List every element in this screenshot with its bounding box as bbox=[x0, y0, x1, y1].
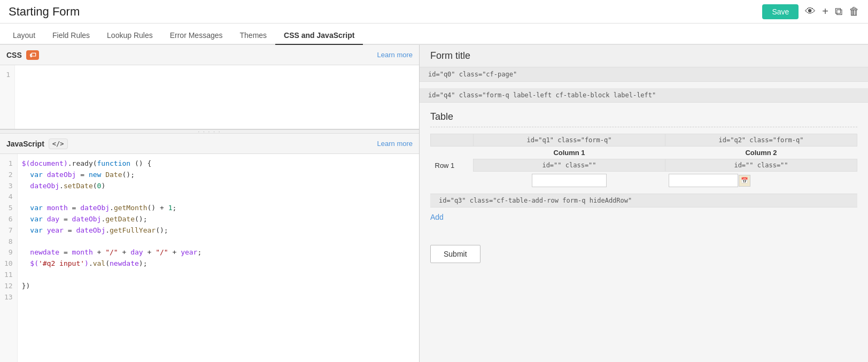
table-section: Table id="q1" class="form-q" id="q2" cla… bbox=[420, 103, 868, 236]
row1-selector-row: Row 1 id="" class="" id="" class="" bbox=[431, 159, 857, 172]
submit-button[interactable]: Submit bbox=[430, 245, 480, 263]
col-label-row: Column 1 Column 2 bbox=[431, 147, 857, 159]
js-editor: 12345678910111213 $(document).ready(func… bbox=[0, 154, 419, 362]
col2-label: Column 2 bbox=[665, 147, 857, 159]
row1-col2-selector: id="" class="" bbox=[665, 159, 857, 172]
selector-q0: id="q0" class="cf-page" bbox=[420, 67, 868, 82]
calendar-icon[interactable]: 📅 bbox=[739, 175, 750, 187]
row1-col2-input-cell: 📅 bbox=[665, 172, 857, 190]
tab-themes[interactable]: Themes bbox=[231, 27, 276, 45]
empty-label-cell bbox=[431, 147, 474, 159]
main-layout: CSS 🏷 Learn more 1 · · · · · JavaScript … bbox=[0, 45, 868, 362]
right-panel: Form title id="q0" class="cf-page" id="q… bbox=[420, 45, 868, 362]
tab-lookup-rules[interactable]: Lookup Rules bbox=[98, 27, 161, 45]
css-editor: 1 bbox=[0, 65, 419, 129]
col2-selector: id="q2" class="form-q" bbox=[665, 134, 857, 147]
css-text: CSS bbox=[6, 51, 22, 59]
page-title: Starting Form bbox=[9, 5, 80, 19]
col-selector-row: id="q1" class="form-q" id="q2" class="fo… bbox=[431, 134, 857, 147]
preview-table: id="q1" class="form-q" id="q2" class="fo… bbox=[430, 134, 857, 189]
css-learn-more[interactable]: Learn more bbox=[377, 51, 413, 59]
js-section: JavaScript </> Learn more 12345678910111… bbox=[0, 134, 419, 362]
add-link[interactable]: Add bbox=[430, 211, 444, 224]
row1-col1-selector: id="" class="" bbox=[474, 159, 665, 172]
tab-bar: Layout Field Rules Lookup Rules Error Me… bbox=[0, 24, 868, 45]
duplicate-icon[interactable]: ⧉ bbox=[835, 5, 842, 18]
row1-col1-input[interactable] bbox=[532, 174, 607, 187]
form-title: Form title bbox=[420, 45, 868, 67]
tab-error-messages[interactable]: Error Messages bbox=[161, 27, 231, 45]
js-learn-more[interactable]: Learn more bbox=[377, 140, 413, 148]
add-icon[interactable]: + bbox=[822, 5, 828, 18]
js-tag-icon: </> bbox=[49, 138, 68, 149]
empty-cell bbox=[431, 134, 474, 147]
js-text: JavaScript bbox=[6, 140, 44, 148]
js-label: JavaScript </> bbox=[6, 138, 68, 149]
delete-icon[interactable]: 🗑 bbox=[849, 5, 859, 18]
css-tag-icon: 🏷 bbox=[26, 50, 39, 60]
left-panel: CSS 🏷 Learn more 1 · · · · · JavaScript … bbox=[0, 45, 420, 362]
row1-label: Row 1 bbox=[431, 159, 474, 172]
add-row-selector: id="q3" class="cf-table-add-row form-q h… bbox=[430, 194, 857, 207]
date-input-wrapper: 📅 bbox=[669, 174, 854, 187]
resize-handle[interactable]: · · · · · bbox=[0, 129, 419, 134]
js-section-header: JavaScript </> Learn more bbox=[0, 134, 419, 154]
js-editor-content[interactable]: $(document).ready(function () { var date… bbox=[18, 154, 419, 362]
row1-col1-input-cell bbox=[474, 172, 665, 190]
css-section-header: CSS 🏷 Learn more bbox=[0, 45, 419, 65]
header-actions: Save 👁 + ⧉ 🗑 bbox=[762, 4, 859, 19]
save-button[interactable]: Save bbox=[762, 4, 799, 19]
col1-label: Column 1 bbox=[474, 147, 665, 159]
selector-q4: id="q4" class="form-q label-left cf-tabl… bbox=[420, 88, 868, 103]
table-title: Table bbox=[430, 111, 857, 127]
tab-field-rules[interactable]: Field Rules bbox=[44, 27, 98, 45]
tab-layout[interactable]: Layout bbox=[4, 27, 44, 45]
css-editor-content[interactable] bbox=[15, 65, 419, 129]
js-line-numbers: 12345678910111213 bbox=[0, 154, 18, 362]
css-line-numbers: 1 bbox=[0, 65, 15, 129]
submit-area: Submit bbox=[420, 236, 868, 272]
preview-icon[interactable]: 👁 bbox=[805, 5, 816, 18]
row1-empty bbox=[431, 172, 474, 190]
css-label: CSS 🏷 bbox=[6, 50, 39, 60]
add-link-wrapper: Add bbox=[430, 207, 857, 228]
header: Starting Form Save 👁 + ⧉ 🗑 bbox=[0, 0, 868, 24]
row1-col2-input[interactable] bbox=[669, 174, 738, 187]
tab-css-javascript[interactable]: CSS and JavaScript bbox=[275, 27, 363, 45]
row1-input-row: 📅 bbox=[431, 172, 857, 190]
col1-selector: id="q1" class="form-q" bbox=[474, 134, 665, 147]
